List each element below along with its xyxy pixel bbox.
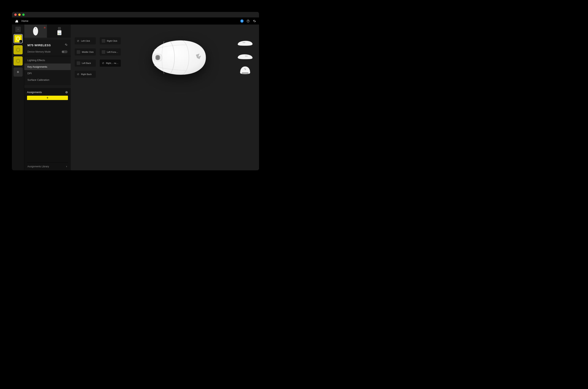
- window-close-button[interactable]: [14, 13, 17, 16]
- assignments-library-label: Assignments Library: [27, 165, 49, 168]
- key-assignment-grid: Left Click Right Click Middle Click Left…: [75, 37, 121, 167]
- view-thumbnails: [235, 28, 255, 167]
- device-header: M75 WIRELESS: [24, 40, 71, 49]
- block-icon: [77, 73, 79, 76]
- svg-rect-24: [243, 42, 245, 43]
- settings-icon[interactable]: [253, 19, 256, 23]
- key-right-forward[interactable]: Right… rward: [100, 60, 121, 67]
- breadcrumb[interactable]: Home: [21, 19, 28, 22]
- info-icon[interactable]: [65, 91, 68, 94]
- view-thumb-side-right[interactable]: [237, 52, 253, 61]
- mouse-top-image: [146, 36, 210, 79]
- brand-logo-icon: [15, 19, 19, 23]
- memory-mode-label: Device Memory Mode: [27, 50, 51, 53]
- key-right-click[interactable]: Right Click: [100, 37, 121, 44]
- chevron-right-icon: [66, 165, 68, 167]
- assignments-title: Assignments: [27, 91, 42, 94]
- side-panel: M75 WIRELESS Device Memory Mode Lighting…: [24, 25, 71, 170]
- notifications-badge[interactable]: 1: [240, 19, 244, 23]
- block-icon: [102, 62, 104, 65]
- block-icon: [77, 39, 79, 42]
- svg-rect-12: [66, 92, 67, 93]
- topbar: Home 1: [12, 17, 259, 25]
- svg-rect-9: [59, 33, 60, 34]
- svg-rect-8: [58, 33, 59, 34]
- key-swatch: [102, 50, 105, 54]
- svg-rect-25: [245, 56, 248, 57]
- power-status-icon: [44, 26, 45, 27]
- assignments-library-button[interactable]: Assignments Library: [27, 162, 68, 170]
- key-swatch: [102, 39, 105, 43]
- profile-rail: ⌂ +: [12, 25, 24, 170]
- app-body: ⌂ +: [12, 25, 259, 170]
- nav-dpi[interactable]: DPI: [24, 70, 71, 77]
- key-left-click[interactable]: Left Click: [75, 37, 96, 44]
- svg-rect-6: [58, 27, 61, 30]
- svg-rect-26: [242, 72, 249, 74]
- mouse-stage: [121, 28, 235, 167]
- key-swatch: [77, 50, 80, 54]
- rail-expand-button[interactable]: [15, 27, 21, 32]
- profile-tile-active[interactable]: ⌂: [13, 34, 23, 43]
- window-zoom-button[interactable]: [22, 13, 25, 16]
- svg-rect-4: [35, 28, 36, 29]
- add-profile-button[interactable]: +: [13, 67, 23, 77]
- help-icon[interactable]: [246, 19, 250, 23]
- device-tile-mouse[interactable]: [24, 25, 47, 38]
- device-strip: [24, 25, 71, 38]
- svg-rect-7: [57, 30, 61, 35]
- app-window: Home 1 ⌂ +: [12, 12, 259, 170]
- key-left-back[interactable]: Left Back: [75, 60, 96, 67]
- key-swatch: [77, 61, 80, 65]
- device-title: M75 WIRELESS: [27, 43, 51, 47]
- svg-rect-10: [60, 33, 61, 34]
- profile-tile-2[interactable]: [13, 45, 23, 54]
- assignments-panel: Assignments + Assignments Library: [24, 88, 71, 170]
- window-minimize-button[interactable]: [18, 13, 21, 16]
- device-tile-dongle[interactable]: [48, 25, 71, 38]
- nav-surface-calibration[interactable]: Surface Calibration: [24, 77, 71, 83]
- home-indicator-icon: ⌂: [19, 40, 22, 42]
- memory-mode-toggle[interactable]: [62, 50, 68, 53]
- memory-mode-row: Device Memory Mode: [24, 49, 71, 56]
- nav-lighting-effects[interactable]: Lighting Effects: [24, 57, 71, 64]
- key-right-back[interactable]: Right Back: [75, 71, 96, 78]
- view-thumb-rear[interactable]: [239, 66, 251, 74]
- device-nav: Lighting Effects Key Assignments DPI Sur…: [24, 56, 71, 85]
- profile-tile-3[interactable]: [13, 56, 23, 65]
- svg-point-1: [248, 21, 248, 22]
- key-middle-click[interactable]: Middle Click: [75, 48, 96, 56]
- key-left-forward[interactable]: Left Forward: [100, 48, 121, 56]
- view-thumb-side-left[interactable]: [237, 39, 253, 47]
- svg-rect-13: [66, 92, 67, 92]
- main-canvas: Left Click Right Click Middle Click Left…: [71, 25, 259, 170]
- window-titlebar: [12, 12, 259, 17]
- device-settings-icon[interactable]: [65, 43, 68, 47]
- nav-key-assignments[interactable]: Key Assignments: [24, 64, 71, 70]
- add-assignment-button[interactable]: +: [27, 96, 68, 100]
